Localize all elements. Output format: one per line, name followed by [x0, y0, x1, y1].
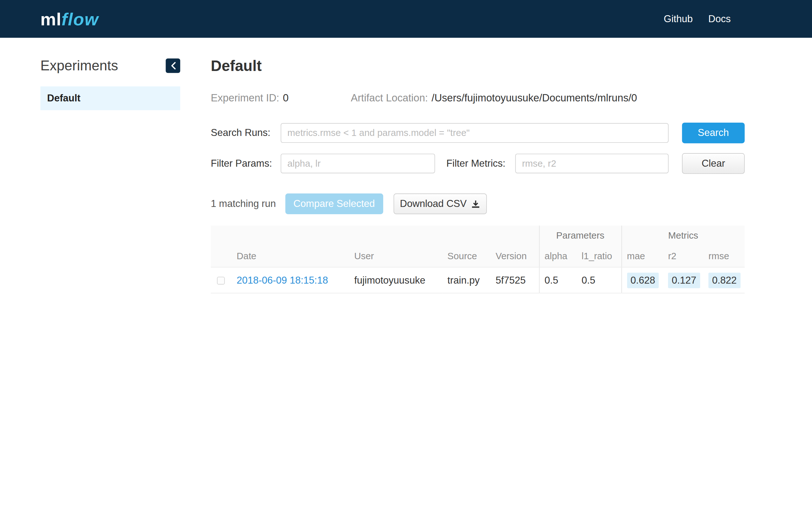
- sidebar-header: Experiments: [40, 56, 180, 75]
- download-icon: [471, 199, 480, 208]
- search-runs-row: Search Runs: Search: [211, 123, 745, 143]
- group-header-parameters: Parameters: [539, 226, 622, 245]
- run-date-link[interactable]: 2018-06-09 18:15:18: [237, 274, 328, 285]
- search-runs-input[interactable]: [281, 123, 669, 143]
- metric-value-rmse: 0.822: [709, 273, 740, 288]
- nav-link-github[interactable]: Github: [664, 13, 693, 25]
- column-header-r2: r2: [663, 245, 703, 267]
- run-mae-cell: 0.628: [621, 267, 663, 293]
- top-navbar: mlflow Github Docs: [0, 0, 812, 38]
- download-csv-label: Download CSV: [400, 198, 467, 210]
- download-csv-button[interactable]: Download CSV: [393, 193, 487, 214]
- artifact-location-group: Artifact Location: /Users/fujimotoyuusuk…: [351, 92, 637, 104]
- column-header-date: Date: [232, 245, 349, 267]
- experiment-main-panel: Default Experiment ID: 0 Artifact Locati…: [211, 56, 745, 293]
- table-row: 2018-06-09 18:15:18 fujimotoyuusuke trai…: [211, 267, 745, 293]
- compare-selected-button[interactable]: Compare Selected: [285, 193, 383, 214]
- column-header-mae: mae: [621, 245, 663, 267]
- table-column-header-row: Date User Source Version alpha l1_ratio …: [211, 245, 745, 267]
- mlflow-app: mlflow Github Docs Experiments Default D…: [0, 0, 812, 507]
- run-checkbox[interactable]: [217, 277, 224, 284]
- run-r2-cell: 0.127: [663, 267, 703, 293]
- group-header-spacer: [211, 226, 539, 245]
- search-runs-label: Search Runs:: [211, 127, 281, 139]
- page-title: Default: [211, 56, 745, 75]
- column-header-version: Version: [490, 245, 539, 267]
- clear-button[interactable]: Clear: [682, 153, 745, 174]
- results-actions-row: 1 matching run Compare Selected Download…: [211, 193, 745, 214]
- filters-row: Filter Params: Filter Metrics: Clear: [211, 153, 745, 174]
- nav-links: Github Docs: [664, 13, 731, 25]
- artifact-location-label: Artifact Location:: [351, 92, 428, 104]
- table-group-header-row: Parameters Metrics: [211, 226, 745, 245]
- column-header-alpha: alpha: [539, 245, 577, 267]
- run-source-cell: train.py: [442, 267, 490, 293]
- matching-runs-count: 1 matching run: [211, 198, 275, 210]
- experiment-id-value: 0: [283, 92, 289, 104]
- runs-table: Parameters Metrics Date User Source Vers…: [211, 226, 745, 293]
- run-alpha-cell: 0.5: [539, 267, 577, 293]
- metric-value-mae: 0.628: [627, 273, 658, 288]
- experiment-id-label: Experiment ID:: [211, 92, 279, 104]
- collapse-sidebar-button[interactable]: [165, 58, 180, 73]
- experiments-sidebar: Experiments Default: [40, 56, 180, 110]
- chevron-left-icon: [170, 61, 176, 70]
- search-button[interactable]: Search: [682, 123, 745, 143]
- filter-params-input[interactable]: [281, 154, 435, 173]
- sidebar-title: Experiments: [40, 58, 118, 74]
- experiment-meta-row: Experiment ID: 0 Artifact Location: /Use…: [211, 92, 745, 104]
- column-header-checkbox: [211, 245, 231, 267]
- filter-metrics-input[interactable]: [515, 154, 668, 173]
- artifact-location-value: /Users/fujimotoyuusuke/Documents/mlruns/…: [432, 92, 637, 104]
- metric-value-r2: 0.127: [668, 273, 700, 288]
- column-header-user: User: [349, 245, 442, 267]
- group-header-metrics: Metrics: [621, 226, 745, 245]
- filter-params-label: Filter Params:: [211, 158, 281, 169]
- run-l1-ratio-cell: 0.5: [576, 267, 621, 293]
- run-rmse-cell: 0.822: [703, 267, 745, 293]
- mlflow-logo[interactable]: mlflow: [40, 10, 99, 28]
- sidebar-item-label: Default: [47, 93, 81, 104]
- run-date-cell: 2018-06-09 18:15:18: [232, 267, 349, 293]
- run-checkbox-cell: [211, 267, 231, 293]
- filter-metrics-label: Filter Metrics:: [446, 158, 506, 169]
- logo-text-flow: flow: [61, 9, 99, 29]
- run-version-cell: 5f7525: [490, 267, 539, 293]
- column-header-l1-ratio: l1_ratio: [576, 245, 621, 267]
- run-user-cell: fujimotoyuusuke: [349, 267, 442, 293]
- nav-link-docs[interactable]: Docs: [708, 13, 731, 25]
- sidebar-item-default[interactable]: Default: [40, 87, 180, 110]
- logo-text-ml: ml: [40, 9, 61, 29]
- experiment-id-group: Experiment ID: 0: [211, 92, 289, 104]
- column-header-source: Source: [442, 245, 490, 267]
- column-header-rmse: rmse: [703, 245, 745, 267]
